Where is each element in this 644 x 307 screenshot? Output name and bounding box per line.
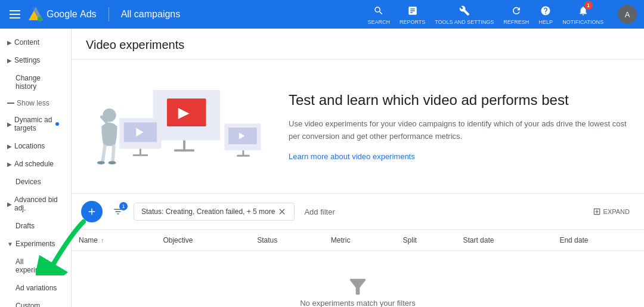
sidebar-item-label: Advanced bid adj. xyxy=(14,196,59,212)
add-filter-button[interactable]: Add filter xyxy=(299,204,339,220)
sidebar-item-label: Ad schedule xyxy=(14,160,54,168)
hero-description: Use video experiments for your video cam… xyxy=(289,118,630,143)
add-experiment-button[interactable] xyxy=(81,201,103,222)
user-avatar[interactable]: A xyxy=(618,5,637,24)
page-header: Video experiments xyxy=(72,29,644,60)
chevron-right-icon: ▶ xyxy=(7,57,12,64)
sidebar-item-label: Devices xyxy=(7,178,41,186)
sidebar-item-settings[interactable]: ▶ Settings xyxy=(0,51,66,69)
sort-icon: ↑ xyxy=(101,237,104,244)
hero-section: Test and learn which video ad performs b… xyxy=(72,60,644,194)
hero-text: Test and learn which video ad performs b… xyxy=(289,92,630,162)
sidebar-item-ad-variations[interactable]: Ad variations xyxy=(0,279,66,297)
reports-nav-button[interactable]: REPORTS xyxy=(400,4,425,25)
sidebar-item-devices[interactable]: Devices xyxy=(0,173,66,191)
col-header-start-date[interactable]: Start date xyxy=(456,230,552,251)
nav-divider xyxy=(109,7,109,21)
reports-nav-label: REPORTS xyxy=(400,19,425,25)
sidebar: ▶ Content ▶ Settings Change history Show… xyxy=(0,29,72,307)
minus-icon xyxy=(7,103,14,104)
empty-state-message: No experiments match your filters xyxy=(300,299,416,307)
sidebar-item-label: All experiments xyxy=(7,258,59,274)
status-filter-chip[interactable]: Status: Creating, Creation failed, + 5 m… xyxy=(134,203,295,221)
sidebar-item-all-experiments[interactable]: All experiments xyxy=(0,253,66,279)
tools-nav-button[interactable]: TOOLS AND SETTINGS xyxy=(435,4,494,25)
sidebar-item-content[interactable]: ▶ Content xyxy=(0,33,66,51)
tools-icon xyxy=(459,5,470,16)
svg-rect-17 xyxy=(237,155,250,157)
sidebar-section-experiments[interactable]: ▼ Experiments xyxy=(0,235,66,253)
notification-badge: 1 xyxy=(584,1,593,10)
chevron-right-icon: ▶ xyxy=(7,39,12,46)
col-header-end-date[interactable]: End date xyxy=(552,230,644,251)
sidebar-item-label: Drafts xyxy=(7,222,35,230)
col-header-split[interactable]: Split xyxy=(396,230,456,251)
logo: Google Ads xyxy=(27,6,97,23)
empty-state: No experiments match your filters xyxy=(72,251,644,307)
hero-heading: Test and learn which video ad performs b… xyxy=(289,92,630,108)
notifications-nav-label: NOTIFICATIONS xyxy=(562,19,603,25)
svg-rect-15 xyxy=(133,154,148,156)
top-navigation: Google Ads All campaigns SEARCH REPORTS … xyxy=(0,0,644,29)
chevron-right-icon: ▶ xyxy=(7,121,12,128)
sidebar-item-locations[interactable]: ▶ Locations xyxy=(0,137,66,155)
sidebar-item-change-history[interactable]: Change history xyxy=(0,69,66,95)
show-less-label: Show less xyxy=(17,99,49,107)
active-dot xyxy=(55,122,59,126)
help-icon xyxy=(540,5,551,16)
page-title: Video experiments xyxy=(86,38,630,52)
expand-label: EXPAND xyxy=(603,208,630,215)
show-less-button[interactable]: Show less xyxy=(0,95,71,111)
sidebar-item-label: Locations xyxy=(14,142,45,150)
reports-icon xyxy=(407,5,418,16)
svg-point-19 xyxy=(97,161,105,165)
filter-button[interactable]: 1 xyxy=(107,201,129,222)
col-header-status[interactable]: Status xyxy=(250,230,324,251)
sidebar-item-label: Change history xyxy=(7,74,59,91)
svg-point-20 xyxy=(109,161,116,165)
sidebar-item-dynamic-ad-targets[interactable]: ▶ Dynamic ad targets xyxy=(0,111,66,137)
sidebar-item-label: Dynamic ad targets xyxy=(14,116,55,132)
hamburger-menu[interactable] xyxy=(7,8,23,21)
toolbar-right: EXPAND xyxy=(588,205,634,218)
search-nav-button[interactable]: SEARCH xyxy=(367,4,390,25)
hero-learn-more-link[interactable]: Learn more about video experiments xyxy=(289,152,415,161)
filter-count-badge: 1 xyxy=(119,202,128,210)
app-body: ▶ Content ▶ Settings Change history Show… xyxy=(0,29,644,307)
svg-rect-12 xyxy=(183,140,185,150)
close-chip-icon xyxy=(277,207,287,216)
empty-filter-icon xyxy=(346,275,370,299)
sidebar-item-custom-experiments[interactable]: Custom experiments xyxy=(0,297,66,307)
expand-icon xyxy=(593,207,601,216)
search-nav-label: SEARCH xyxy=(367,19,390,25)
help-nav-label: HELP xyxy=(538,19,553,25)
tools-nav-label: TOOLS AND SETTINGS xyxy=(435,19,494,25)
expand-button[interactable]: EXPAND xyxy=(588,205,634,218)
col-header-metric[interactable]: Metric xyxy=(324,230,396,251)
status-chip-label: Status: Creating, Creation failed, + 5 m… xyxy=(141,207,275,216)
col-header-name[interactable]: Name ↑ xyxy=(72,230,156,251)
google-ads-logo-icon xyxy=(27,6,44,23)
main-content: Video experiments xyxy=(72,29,644,307)
sidebar-section-label: Experiments xyxy=(16,240,55,248)
notifications-nav-button[interactable]: 1 NOTIFICATIONS xyxy=(562,4,603,25)
svg-rect-13 xyxy=(174,149,194,151)
sidebar-item-advanced-bid[interactable]: ▶ Advanced bid adj. xyxy=(0,191,66,217)
chevron-right-icon: ▶ xyxy=(7,143,12,150)
chevron-right-icon: ▶ xyxy=(7,201,12,207)
chevron-right-icon: ▶ xyxy=(7,161,12,168)
sidebar-item-ad-schedule[interactable]: ▶ Ad schedule xyxy=(0,155,66,173)
sidebar-item-drafts[interactable]: Drafts xyxy=(0,217,66,235)
help-nav-button[interactable]: HELP xyxy=(538,4,553,25)
sidebar-item-label: Settings xyxy=(14,56,40,64)
col-header-objective[interactable]: Objective xyxy=(156,230,250,251)
experiments-table: Name ↑ Objective Status Metric Split xyxy=(72,230,644,307)
svg-point-2 xyxy=(38,17,42,21)
search-icon xyxy=(373,5,384,16)
sidebar-item-label: Custom experiments xyxy=(7,302,55,307)
sidebar-item-label: Ad variations xyxy=(7,284,57,292)
plus-icon xyxy=(86,206,97,217)
video-experiments-illustration xyxy=(86,79,265,174)
refresh-nav-button[interactable]: REFRESH xyxy=(503,4,529,25)
campaign-title: All campaigns xyxy=(121,9,181,20)
